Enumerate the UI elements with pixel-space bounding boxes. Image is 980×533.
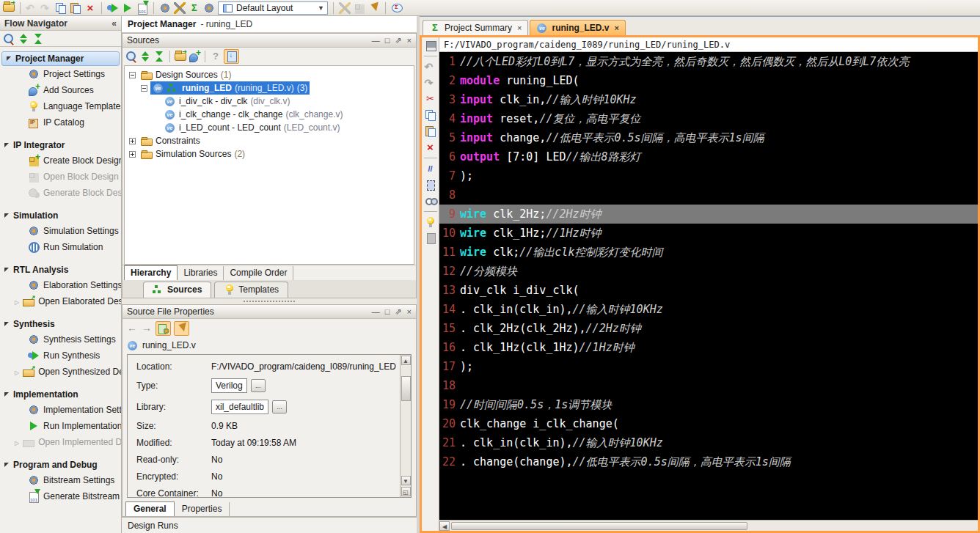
tab-sources[interactable]: Sources xyxy=(143,282,211,298)
blocks-gray-icon[interactable] xyxy=(354,2,365,14)
tab-properties[interactable]: Properties xyxy=(175,502,230,516)
property-input[interactable]: Verilog xyxy=(211,378,247,393)
maximize-icon[interactable]: □ xyxy=(385,34,390,46)
flow-nav-section-rtl-analysis[interactable]: RTL Analysis xyxy=(0,262,121,277)
editor-tab-runing-led-v[interactable]: runing_LED.v× xyxy=(530,20,625,35)
code-line[interactable]: 2module runing_LED( xyxy=(439,71,978,90)
collapse-icon[interactable] xyxy=(129,72,136,78)
search-icon[interactable] xyxy=(125,51,137,62)
code-editor[interactable]: 1//八个LED彩灯L0到L7，显示方式为全亮，然后奇数灭，然后偶数灭，然后从L… xyxy=(439,52,978,520)
bitstream-icon[interactable] xyxy=(136,2,148,14)
close-icon[interactable]: × xyxy=(407,306,412,317)
cut-icon[interactable] xyxy=(425,93,436,105)
hscrollbar-thumb[interactable] xyxy=(451,522,747,530)
bulb-icon[interactable] xyxy=(425,216,436,228)
resize-grip-icon[interactable]: ◱ xyxy=(401,487,411,496)
doc-gray-icon[interactable] xyxy=(425,232,436,244)
flow-nav-item-open-implemented-design[interactable]: Open Implemented Design xyxy=(0,434,121,450)
tab-compile-order[interactable]: Compile Order xyxy=(224,266,293,280)
search-icon[interactable] xyxy=(3,33,15,45)
properties-scrollbar[interactable]: ▲ ▼ ◱ xyxy=(400,355,411,497)
code-line[interactable]: 8 xyxy=(439,185,978,205)
code-line[interactable]: 5input change,//低电平表示0.5s间隔，高电平表示1s间隔 xyxy=(439,128,978,147)
flow-nav-item-elaboration-settings[interactable]: Elaboration Settings xyxy=(0,277,121,293)
editor-horizontal-scrollbar[interactable]: ◀ xyxy=(439,520,978,531)
tree-item-label-group[interactable]: i_clk_change - clk_change(clk_change.v) xyxy=(162,108,345,121)
expand-arrow-icon[interactable] xyxy=(15,296,19,306)
flow-nav-item-project-settings[interactable]: Project Settings xyxy=(0,66,121,82)
tree-row[interactable]: Constraints xyxy=(125,134,414,147)
minimize-icon[interactable]: — xyxy=(372,306,380,317)
expand-icon[interactable] xyxy=(129,151,136,158)
flow-nav-item-add-sources[interactable]: Add Sources xyxy=(0,82,121,98)
flow-nav-section-project-manager[interactable]: Project Manager xyxy=(1,51,120,66)
chevron-down-icon[interactable]: ▼ xyxy=(318,4,324,12)
tab-libraries[interactable]: Libraries xyxy=(178,266,224,280)
copy-icon[interactable] xyxy=(425,109,436,121)
cursor-icon[interactable] xyxy=(368,2,380,14)
flow-nav-item-synthesis-settings[interactable]: Synthesis Settings xyxy=(0,331,121,348)
maximize-icon[interactable]: □ xyxy=(385,306,390,317)
tab-templates[interactable]: Templates xyxy=(214,282,288,298)
flow-nav-section-program-and-debug[interactable]: Program and Debug xyxy=(0,457,121,472)
flow-nav-item-run-synthesis[interactable]: Run Synthesis xyxy=(0,348,121,364)
ellipsis-button[interactable]: ... xyxy=(272,400,287,413)
expand-arrow-icon[interactable] xyxy=(15,437,19,447)
scroll-down-icon[interactable]: ▼ xyxy=(401,476,411,485)
arrow-left-icon[interactable] xyxy=(126,323,138,334)
flow-nav-item-run-simulation[interactable]: Run Simulation xyxy=(0,239,121,255)
flow-nav-item-open-elaborated-design[interactable]: Open Elaborated Design xyxy=(0,293,121,309)
ellipsis-button[interactable]: ... xyxy=(251,379,266,392)
float-icon[interactable]: ⇗ xyxy=(395,34,401,46)
code-line[interactable]: 11wire clk;//输出clk控制彩灯变化时间 xyxy=(439,243,978,262)
copy-icon[interactable] xyxy=(55,2,67,14)
tree-row[interactable]: i_clk_change - clk_change(clk_change.v) xyxy=(125,108,414,121)
tree-row[interactable]: i_div_clk - div_clk(div_clk.v) xyxy=(125,95,414,108)
binoc-icon[interactable] xyxy=(425,195,436,207)
tree-item-label-group[interactable]: i_div_clk - div_clk(div_clk.v) xyxy=(162,95,292,108)
undo-icon[interactable] xyxy=(425,61,436,73)
delete-icon[interactable] xyxy=(425,141,436,153)
code-line[interactable]: 21. clk_in(clk_in),//输入时钟10KHz xyxy=(439,433,978,452)
code-line[interactable]: 6output [7:0] LED//输出8路彩灯 xyxy=(439,147,978,166)
flow-nav-item-implementation-settings[interactable]: Implementation Settings xyxy=(0,402,121,418)
code-line[interactable]: 13div_clk i_div_clk( xyxy=(439,281,978,300)
undo-icon[interactable] xyxy=(26,2,37,14)
gear-icon[interactable] xyxy=(203,2,215,14)
flow-nav-item-open-block-design[interactable]: Open Block Design xyxy=(0,169,121,185)
expand-arrow-icon[interactable] xyxy=(15,367,19,377)
flow-nav-item-simulation-settings[interactable]: Simulation Settings xyxy=(0,223,121,239)
gear-icon[interactable] xyxy=(159,2,171,14)
editor-tab-project-summary[interactable]: Project Summary× xyxy=(423,20,528,35)
expand-icon[interactable] xyxy=(32,33,44,45)
gear-doc-button[interactable] xyxy=(156,321,171,336)
tree-item-label-group[interactable]: Simulation Sources(2) xyxy=(139,147,247,161)
collapse-icon[interactable] xyxy=(141,85,147,92)
redo-icon[interactable] xyxy=(40,2,52,14)
tab-general[interactable]: General xyxy=(125,501,175,516)
layout-selector[interactable]: Default Layout▼ xyxy=(218,1,328,15)
cursor-button[interactable] xyxy=(174,321,189,336)
floppy-icon[interactable] xyxy=(425,40,436,51)
float-icon[interactable]: ⇗ xyxy=(395,306,401,317)
flow-nav-section-simulation[interactable]: Simulation xyxy=(0,208,121,223)
paste-icon[interactable] xyxy=(425,125,436,137)
flow-nav-item-generate-block-design[interactable]: Generate Block Design xyxy=(0,185,121,201)
code-line[interactable]: 10wire clk_1Hz;//1Hz时钟 xyxy=(439,224,978,243)
comment-icon[interactable] xyxy=(425,163,436,174)
tools-icon[interactable] xyxy=(339,2,351,14)
flow-nav-section-implementation[interactable]: Implementation xyxy=(0,387,121,402)
code-line[interactable]: 20clk_change i_clk_change( xyxy=(439,414,978,433)
collapse-icon[interactable] xyxy=(18,33,29,45)
close-icon[interactable]: × xyxy=(407,34,412,46)
open-folder-icon[interactable] xyxy=(175,53,186,61)
delete-icon[interactable] xyxy=(84,2,96,14)
arrow-right-icon[interactable] xyxy=(141,323,153,334)
flow-nav-section-synthesis[interactable]: Synthesis xyxy=(0,317,121,331)
close-icon[interactable]: × xyxy=(614,23,618,32)
flow-nav-section-ip-integrator[interactable]: IP Integrator xyxy=(0,138,121,152)
flow-nav-item-run-implementation[interactable]: Run Implementation xyxy=(0,418,121,434)
redo-icon[interactable] xyxy=(425,77,436,89)
code-line[interactable]: 22. change(change),//低电平表示0.5s间隔，高电平表示1s… xyxy=(439,452,978,471)
code-line[interactable]: 12//分频模块 xyxy=(439,262,978,281)
